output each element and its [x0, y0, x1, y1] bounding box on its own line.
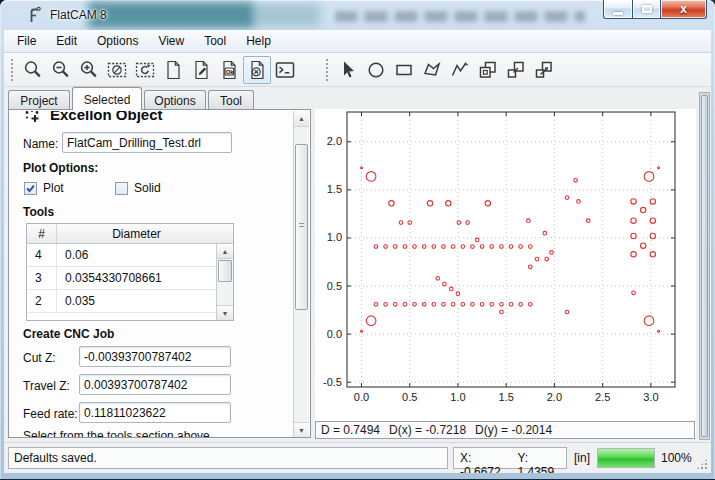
scroll-up-icon[interactable]: ▲ — [294, 111, 309, 127]
edit-file-icon — [190, 59, 212, 81]
maximize-button[interactable] — [633, 0, 661, 19]
menu-item-tool[interactable]: Tool — [194, 30, 236, 52]
excellon-object-form: Excellon Object Name: Plot Options: Plot… — [10, 111, 294, 438]
glass-artifact — [250, 4, 320, 26]
col-header-diameter: Diameter — [57, 224, 233, 243]
panel-header: Excellon Object — [10, 111, 294, 128]
scrollbar-thumb[interactable] — [701, 95, 708, 437]
svg-text:0.0: 0.0 — [327, 328, 342, 340]
travelz-input[interactable] — [79, 374, 231, 395]
checkbox-label: Solid — [134, 181, 161, 195]
cutz-input[interactable] — [79, 346, 231, 367]
plot-panel: 0.00.51.01.52.02.53.0-0.50.00.51.01.52.0… — [315, 109, 696, 438]
toolbar-drag-handle[interactable] — [10, 58, 14, 82]
svg-text:2.0: 2.0 — [327, 135, 342, 147]
flatcam-logo-icon — [26, 6, 44, 24]
close-icon: x — [680, 3, 687, 15]
scroll-down-icon[interactable]: ▼ — [294, 422, 309, 438]
ok-file-icon: Ok — [218, 59, 240, 81]
clear-plot-icon — [106, 59, 128, 81]
cutz-label: Cut Z: — [23, 351, 56, 365]
tab-tool[interactable]: Tool — [208, 90, 254, 110]
scroll-up-icon[interactable]: ▲ — [217, 244, 233, 259]
shell-button[interactable] — [271, 56, 299, 84]
name-label: Name: — [23, 137, 58, 151]
tools-label: Tools — [23, 205, 54, 219]
cell-tool-number: 2 — [27, 290, 57, 312]
resize-grip[interactable] — [696, 458, 708, 470]
tab-project[interactable]: Project — [8, 90, 70, 110]
svg-text:2.0: 2.0 — [547, 391, 562, 403]
cancel-edit-button[interactable] — [243, 56, 271, 84]
draw-path-button[interactable] — [446, 56, 474, 84]
tab-options[interactable]: Options — [144, 90, 206, 110]
minimize-button[interactable] — [603, 0, 633, 19]
svg-text:2.5: 2.5 — [595, 391, 610, 403]
draw-rectangle-icon — [393, 59, 415, 81]
cancel-edit-icon — [246, 59, 268, 81]
glass-artifact — [88, 2, 253, 28]
checkbox-label: Plot — [43, 181, 64, 195]
menu-item-options[interactable]: Options — [87, 30, 148, 52]
cell-tool-diameter: 0.035 — [57, 290, 233, 312]
title-bar[interactable]: FlatCAM 8 x — [0, 0, 715, 30]
scroll-down-icon[interactable]: ▼ — [217, 305, 233, 320]
copy-geometry-button[interactable] — [502, 56, 530, 84]
close-button[interactable]: x — [661, 0, 707, 19]
edit-file-button[interactable] — [187, 56, 215, 84]
clear-plot-button[interactable] — [103, 56, 131, 84]
draw-polygon-button[interactable] — [418, 56, 446, 84]
menu-item-help[interactable]: Help — [236, 30, 281, 52]
draw-polygon-icon — [421, 59, 443, 81]
plot-scrollbar[interactable] — [699, 92, 710, 440]
panel-scrollbar[interactable]: ▲ ▼ — [293, 111, 309, 438]
coord-x: X: -0.6672 — [460, 451, 508, 465]
svg-text:0.5: 0.5 — [402, 391, 417, 403]
menu-item-edit[interactable]: Edit — [46, 30, 87, 52]
plot-checkbox-box[interactable] — [24, 182, 37, 195]
replot-button[interactable] — [131, 56, 159, 84]
draw-circle-button[interactable] — [362, 56, 390, 84]
new-file-button[interactable] — [159, 56, 187, 84]
zoom-in-button[interactable] — [75, 56, 103, 84]
copy-geometry-icon — [505, 59, 527, 81]
zoom-out-icon — [50, 59, 72, 81]
ok-file-button[interactable]: Ok — [215, 56, 243, 84]
name-input[interactable] — [62, 132, 232, 153]
scrollbar-thumb[interactable] — [218, 260, 232, 282]
select-button[interactable] — [334, 56, 362, 84]
tab-selected[interactable]: Selected — [72, 87, 142, 110]
panel-title: Excellon Object — [50, 111, 163, 123]
scrollbar-thumb[interactable] — [295, 144, 308, 310]
tools-table-header: #Diameter — [27, 224, 233, 244]
menu-item-view[interactable]: View — [148, 30, 194, 52]
draw-circle-icon — [365, 59, 387, 81]
feedrate-input[interactable] — [79, 402, 231, 423]
toolbar-drag-handle[interactable] — [325, 58, 329, 82]
draw-rectangle-button[interactable] — [390, 56, 418, 84]
move-objects-button[interactable] — [530, 56, 558, 84]
app-window: FlatCAM 8 x FileEditOptionsViewToolHelp … — [0, 0, 715, 479]
status-bar: Defaults saved. X: -0.6672 Y: 1.4359 [in… — [4, 442, 711, 473]
checkbox-plot[interactable]: Plot — [24, 181, 64, 195]
toolbar: Ok — [4, 53, 711, 87]
copy-objects-button[interactable] — [474, 56, 502, 84]
mouse-coordinates: X: -0.6672 Y: 1.4359 — [453, 447, 567, 469]
drill-plot-canvas[interactable]: 0.00.51.01.52.02.53.0-0.50.00.51.01.52.0 — [315, 109, 696, 420]
tools-table[interactable]: ▲ ▼ #Diameter40.0630.035433070866120.035 — [26, 223, 234, 321]
table-row[interactable]: 30.0354330708661 — [27, 267, 233, 290]
checkbox-solid[interactable]: Solid — [115, 181, 161, 195]
zoom-out-button[interactable] — [47, 56, 75, 84]
feedrate-label: Feed rate: — [23, 407, 78, 421]
table-row[interactable]: 40.06 — [27, 244, 233, 267]
draw-path-icon — [449, 59, 471, 81]
tools-table-scrollbar[interactable]: ▲ ▼ — [216, 244, 233, 320]
cnc-section-title: Create CNC Job — [23, 327, 114, 341]
menu-item-file[interactable]: File — [7, 30, 46, 52]
cell-tool-number: 4 — [27, 244, 57, 266]
solid-checkbox-box[interactable] — [115, 182, 128, 195]
thumb-grip — [299, 223, 304, 229]
table-row[interactable]: 20.035 — [27, 290, 233, 313]
zoom-fit-button[interactable] — [19, 56, 47, 84]
plot-options-row: PlotSolid — [24, 181, 284, 197]
